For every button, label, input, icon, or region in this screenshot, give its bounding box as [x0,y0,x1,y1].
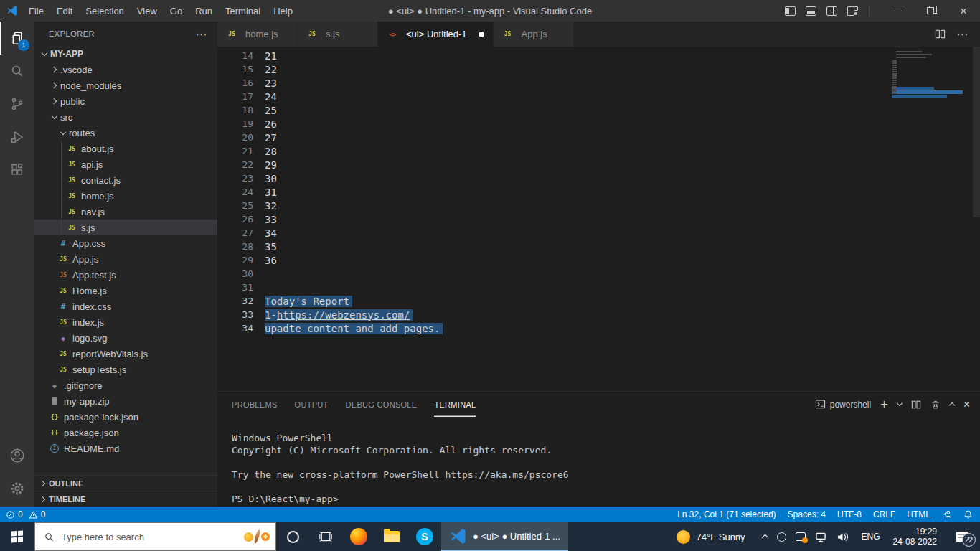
editor-line-34[interactable]: 34upadte content and add pages. [217,321,980,335]
close-panel-icon[interactable]: × [963,399,970,410]
tab-s-js[interactable]: s.js [298,22,378,47]
split-editor-icon[interactable] [935,29,946,39]
restore-button[interactable] [914,0,947,22]
feedback-icon[interactable] [942,509,952,519]
outline-section[interactable]: OUTLINE [34,475,217,491]
detected-link[interactable]: https://webzensys.com/ [277,309,410,321]
minimap[interactable] [892,50,970,130]
editor-line-14[interactable]: 1421 [217,49,980,62]
tree-item-Home.js[interactable]: Home.js [34,283,217,298]
minimize-button[interactable] [881,0,914,22]
menu-selection[interactable]: Selection [79,0,130,22]
cortana-tray-icon[interactable] [777,532,786,542]
settings-button[interactable] [0,472,34,505]
tree-root-my-app[interactable]: MY-APP [34,46,217,62]
editor-line-15[interactable]: 1522 [217,62,980,76]
keyboard-language[interactable]: ENG [856,522,886,551]
network-icon[interactable] [815,532,827,542]
editor-line-30[interactable]: 30 [217,267,980,281]
tab-app-js[interactable]: App.js [494,22,574,47]
tree-item-nav.js[interactable]: nav.js [34,204,217,220]
dirty-indicator-icon[interactable] [479,32,484,37]
editor-line-18[interactable]: 1825 [217,103,980,117]
clock-widget[interactable]: 19:29 24-08-2022 [886,522,944,551]
activity-run-debug[interactable] [0,121,34,154]
toggle-sidebar-icon[interactable] [785,6,796,16]
editor-line-19[interactable]: 1926 [217,117,980,131]
tree-item-reportWebVitals.js[interactable]: reportWebVitals.js [34,346,217,362]
editor-line-32[interactable]: 32Today's Report [217,294,980,308]
timeline-section[interactable]: TIMELINE [34,491,217,507]
toggle-secondary-sidebar-icon[interactable] [826,6,837,16]
menu-file[interactable]: File [22,0,50,22]
activity-explorer[interactable]: 1 [0,22,34,55]
editor-line-29[interactable]: 2936 [217,253,980,267]
close-button[interactable]: × [947,0,980,22]
tree-item-App.js[interactable]: App.js [34,251,217,267]
tree-item-package.json[interactable]: package.json [34,425,217,441]
firefox-button[interactable] [342,522,375,551]
tree-item-s.js[interactable]: s.js [34,220,217,235]
editor-line-21[interactable]: 2128 [217,144,980,158]
terminal-shell-selector[interactable]: powershell [815,399,871,410]
skype-button[interactable]: S [408,522,441,551]
menu-go[interactable]: Go [164,0,189,22]
editor-line-27[interactable]: 2734 [217,226,980,240]
tree-item-setupTests.js[interactable]: setupTests.js [34,362,217,377]
language-mode[interactable]: HTML [907,509,930,519]
tree-item-contact.js[interactable]: contact.js [34,172,217,188]
tab-home-js[interactable]: home.js [217,22,298,47]
tree-item-home.js[interactable]: home.js [34,188,217,204]
volume-icon[interactable] [837,532,849,542]
tree-item-api.js[interactable]: api.js [34,156,217,172]
editor-line-20[interactable]: 2027 [217,131,980,144]
activity-search[interactable] [0,55,34,88]
vscode-taskbar-button[interactable]: ● <ul> ● Untitled-1 ... [441,522,568,551]
panel-tab-terminal[interactable]: TERMINAL [434,392,476,417]
action-center-button[interactable]: 22 [944,522,980,551]
menu-edit[interactable]: Edit [50,0,79,22]
tree-item-App.test.js[interactable]: App.test.js [34,267,217,283]
taskbar-search-input[interactable]: Type here to search [34,522,276,551]
tree-item-my-app.zip[interactable]: my-app.zip [34,393,217,409]
eol-status[interactable]: CRLF [873,509,895,519]
tree-item-node_modules[interactable]: node_modules [34,77,217,93]
activity-extensions[interactable] [0,154,34,187]
tray-chevron-up-icon[interactable] [761,534,768,542]
editor-line-16[interactable]: 1623 [217,76,980,90]
menu-help[interactable]: Help [267,0,299,22]
start-button[interactable] [0,522,34,551]
cursor-position[interactable]: Ln 32, Col 1 (71 selected) [677,509,776,519]
encoding-status[interactable]: UTF-8 [837,509,862,519]
tree-item-package-lock.json[interactable]: package-lock.json [34,409,217,425]
editor-scrollbar[interactable] [973,47,980,217]
problems-status[interactable]: 0 0 [6,509,45,519]
terminal-output[interactable]: Windows PowerShellCopyright (C) Microsof… [217,417,980,507]
account-button[interactable] [0,439,34,472]
tree-item-README.md[interactable]: README.md [34,441,217,456]
editor-line-17[interactable]: 1724 [217,90,980,103]
tree-item-App.css[interactable]: App.css [34,235,217,251]
split-terminal-icon[interactable] [911,400,921,410]
tree-item-.vscode[interactable]: .vscode [34,62,217,77]
tree-item-routes[interactable]: routes [34,125,217,141]
editor-line-23[interactable]: 2330 [217,171,980,185]
panel-tab-output[interactable]: OUTPUT [295,392,329,417]
task-view-button[interactable] [309,522,342,551]
tree-item-src[interactable]: src [34,109,217,125]
bell-icon[interactable] [963,509,973,519]
tree-item-index.js[interactable]: index.js [34,314,217,330]
editor-line-33[interactable]: 331-https://webzensys.com/ [217,308,980,321]
editor-line-25[interactable]: 2532 [217,199,980,212]
editor-line-24[interactable]: 2431 [217,185,980,199]
editor-line-31[interactable]: 31 [217,281,980,294]
cortana-button[interactable] [276,522,309,551]
explorer-more-actions-icon[interactable]: ··· [196,29,207,39]
new-terminal-icon[interactable]: + [880,398,888,411]
menu-run[interactable]: Run [189,0,219,22]
tree-item-logo.svg[interactable]: logo.svg [34,330,217,346]
editor-more-actions-icon[interactable]: ··· [957,29,969,39]
file-explorer-button[interactable] [375,522,408,551]
tree-item-index.css[interactable]: index.css [34,298,217,314]
editor-line-22[interactable]: 2229 [217,158,980,171]
